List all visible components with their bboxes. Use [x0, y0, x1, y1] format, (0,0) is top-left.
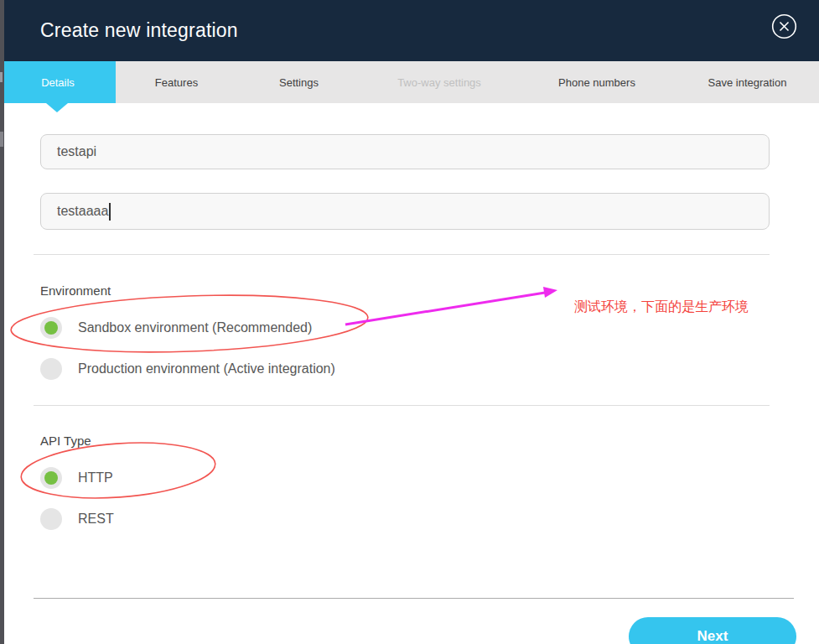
- tab-phone-numbers-label: Phone numbers: [558, 76, 635, 89]
- integration-name-input[interactable]: testapi: [40, 134, 770, 169]
- tab-details[interactable]: Details: [0, 61, 116, 103]
- tab-settings[interactable]: Settings: [237, 61, 360, 103]
- section-divider: [34, 254, 770, 255]
- background-page-fragment: [0, 72, 3, 82]
- close-icon: [771, 29, 797, 42]
- tab-settings-label: Settings: [279, 76, 319, 89]
- next-button[interactable]: Next: [629, 617, 796, 644]
- tab-save-integration[interactable]: Save integration: [676, 61, 819, 103]
- integration-description-input[interactable]: testaaaa: [40, 193, 770, 230]
- radio-button-http-selected[interactable]: [40, 467, 62, 489]
- api-type-section-label: API Type: [40, 433, 770, 449]
- background-page-fragment: [0, 132, 3, 147]
- radio-option-sandbox[interactable]: Sandbox environment (Recommended): [40, 317, 770, 339]
- radio-label-production: Production environment (Active integrati…: [78, 361, 335, 377]
- radio-button-sandbox-selected[interactable]: [40, 317, 62, 339]
- radio-option-rest[interactable]: REST: [40, 508, 770, 530]
- text-cursor: [109, 203, 111, 221]
- footer-divider: [34, 598, 794, 599]
- background-page-edge: [0, 0, 4, 644]
- modal-header: Create new integration: [0, 0, 819, 61]
- environment-section-label: Environment: [40, 283, 770, 299]
- integration-name-value: testapi: [57, 144, 96, 159]
- tab-two-way-settings: Two-way settings: [360, 61, 518, 103]
- tab-features-label: Features: [155, 76, 198, 89]
- wizard-tab-bar: Details Features Settings Two-way settin…: [0, 61, 819, 103]
- radio-label-http: HTTP: [78, 470, 113, 486]
- radio-option-production[interactable]: Production environment (Active integrati…: [40, 358, 770, 380]
- tab-features[interactable]: Features: [116, 61, 237, 103]
- radio-button-rest[interactable]: [40, 508, 62, 530]
- radio-label-sandbox: Sandbox environment (Recommended): [78, 320, 312, 335]
- modal-title: Create new integration: [40, 19, 238, 42]
- radio-option-http[interactable]: HTTP: [40, 467, 770, 489]
- radio-button-production[interactable]: [40, 358, 62, 380]
- tab-save-integration-label: Save integration: [708, 76, 787, 89]
- close-button[interactable]: [771, 13, 797, 39]
- active-tab-pointer: [46, 103, 68, 112]
- details-form: testapi testaaaa Environment Sandbox env…: [40, 103, 770, 530]
- tab-two-way-settings-label: Two-way settings: [397, 76, 481, 89]
- tab-details-label: Details: [41, 76, 75, 89]
- integration-description-value: testaaaa: [57, 204, 108, 219]
- tab-phone-numbers[interactable]: Phone numbers: [518, 61, 676, 103]
- radio-label-rest: REST: [78, 512, 114, 527]
- section-divider: [34, 405, 770, 406]
